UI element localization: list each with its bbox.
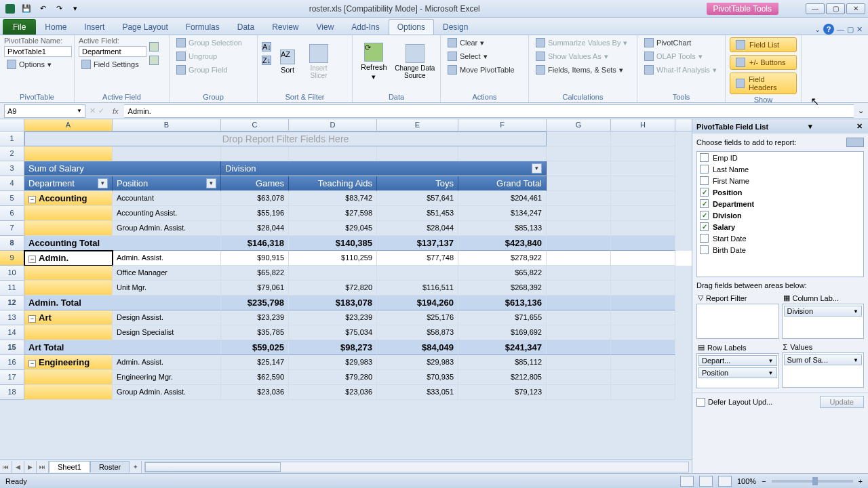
field-item[interactable]: ✓Position	[697, 186, 863, 198]
rowhead[interactable]: 6	[0, 206, 24, 221]
sheet-tab-active[interactable]: Sheet1	[49, 461, 90, 472]
show-values-as-button[interactable]: Show Values As ▾	[533, 50, 630, 62]
field-item[interactable]: ✓Division	[697, 209, 863, 221]
move-pivottable-button[interactable]: Move PivotTable	[445, 64, 517, 76]
field-item[interactable]: ✓Salary	[697, 221, 863, 232]
cell[interactable]	[24, 385, 113, 400]
department-filter-icon[interactable]	[98, 178, 108, 188]
values-area[interactable]: Sum of Sa...▼	[782, 352, 865, 388]
cell[interactable]: $70,935	[377, 370, 458, 385]
cell[interactable]: Engineering Mgr.	[113, 370, 221, 385]
zoom-out-icon[interactable]: −	[762, 477, 766, 485]
colhead-g[interactable]: G	[547, 119, 611, 131]
field-checkbox[interactable]	[700, 245, 709, 254]
cell[interactable]: $29,983	[377, 355, 458, 370]
pivotchart-button[interactable]: PivotChart	[642, 37, 719, 49]
select-all-corner[interactable]	[0, 119, 24, 131]
minimize-ribbon-icon[interactable]: ⌄	[814, 25, 821, 34]
chip-department[interactable]: Depart...▼	[698, 355, 777, 366]
cell[interactable]: Group Admin. Assist.	[113, 221, 221, 236]
cell[interactable]	[24, 206, 113, 221]
collapse-field-icon[interactable]	[149, 56, 159, 65]
horizontal-scrollbar[interactable]	[144, 462, 689, 472]
normal-view-icon[interactable]	[680, 476, 694, 487]
pivottable-name-input[interactable]	[4, 46, 72, 57]
tab-formulas[interactable]: Formulas	[177, 19, 229, 35]
chip-division[interactable]: Division▼	[784, 306, 863, 317]
sheet-nav-prev[interactable]: ◀	[12, 461, 24, 473]
cell[interactable]	[113, 146, 221, 161]
colhead-b[interactable]: B	[113, 119, 221, 131]
tab-design[interactable]: Design	[434, 19, 477, 35]
cell[interactable]: $79,061	[221, 281, 289, 296]
cell[interactable]: Design Specialist	[113, 325, 221, 340]
field-settings-button[interactable]: Field Settings	[79, 58, 146, 70]
cell[interactable]	[24, 146, 113, 161]
cell[interactable]	[289, 266, 377, 281]
cell[interactable]: $51,453	[377, 206, 458, 221]
colhead-e[interactable]: E	[377, 119, 458, 131]
cell[interactable]: Accountant	[113, 191, 221, 206]
help-icon[interactable]: ?	[823, 24, 834, 35]
chip-position[interactable]: Position▼	[698, 367, 777, 378]
fieldlist-box[interactable]: Emp IDLast NameFirst Name✓Position✓Depar…	[696, 151, 864, 277]
tab-review[interactable]: Review	[263, 19, 307, 35]
active-field-input[interactable]	[79, 46, 146, 57]
cell[interactable]: $77,748	[377, 251, 458, 266]
cell[interactable]: $63,078	[221, 191, 289, 206]
redo-icon[interactable]: ↷	[52, 2, 66, 16]
rowhead[interactable]: 16	[0, 355, 24, 370]
cell[interactable]: $23,036	[221, 385, 289, 400]
drop-filter-area[interactable]: Drop Report Filter Fields Here	[24, 131, 547, 146]
rowhead[interactable]: 18	[0, 385, 24, 400]
defer-checkbox[interactable]	[696, 398, 705, 407]
cell[interactable]: $71,655	[458, 310, 547, 325]
cell[interactable]: $29,983	[289, 355, 377, 370]
report-filter-area[interactable]	[696, 304, 779, 339]
name-box[interactable]: A9▼	[4, 104, 85, 118]
summarize-values-button[interactable]: Summarize Values By ▾	[533, 37, 630, 49]
enter-formula-icon[interactable]: ✓	[98, 106, 104, 115]
group-field-button[interactable]: Group Field	[174, 64, 245, 76]
tab-page-layout[interactable]: Page Layout	[113, 19, 176, 35]
change-data-source-button[interactable]: Change Data Source	[394, 37, 436, 87]
field-item[interactable]: ✓Department	[697, 198, 863, 209]
cell[interactable]: Office Manager	[113, 266, 221, 281]
division-filter-icon[interactable]	[532, 163, 542, 174]
cell[interactable]: $90,915	[221, 251, 289, 266]
cell[interactable]	[221, 146, 289, 161]
cell[interactable]: $72,820	[289, 281, 377, 296]
cell[interactable]: $29,045	[289, 221, 377, 236]
cell[interactable]	[24, 281, 113, 296]
colhead-a[interactable]: A	[24, 119, 113, 131]
tab-view[interactable]: View	[308, 19, 343, 35]
cell[interactable]: $23,036	[289, 385, 377, 400]
sort-desc-icon[interactable]: Z↓	[262, 56, 271, 65]
zoom-in-icon[interactable]: +	[859, 477, 863, 485]
sheet-tab-roster[interactable]: Roster	[90, 461, 130, 472]
cell[interactable]: $35,785	[221, 325, 289, 340]
rowhead[interactable]: 11	[0, 281, 24, 296]
sheet-nav-first[interactable]: ⏮	[0, 461, 12, 473]
new-sheet-icon[interactable]: ✦	[130, 461, 142, 473]
cell[interactable]: $116,511	[377, 281, 458, 296]
fieldlist-layout-icon[interactable]	[846, 138, 864, 147]
position-filter-icon[interactable]	[206, 178, 216, 188]
refresh-button[interactable]: ⟳Refresh▾	[357, 37, 391, 87]
fieldlist-close-icon[interactable]: ✕	[854, 122, 864, 131]
cell[interactable]: $79,123	[458, 385, 547, 400]
colhead-f[interactable]: F	[458, 119, 547, 131]
cell[interactable]: $57,641	[377, 191, 458, 206]
sheet-nav-next[interactable]: ▶	[24, 461, 37, 473]
field-checkbox[interactable]	[700, 165, 709, 174]
fieldlist-dropdown-icon[interactable]: ▾	[808, 122, 812, 131]
rowhead[interactable]: 5	[0, 191, 24, 206]
field-checkbox[interactable]	[700, 153, 709, 162]
row-labels-area[interactable]: Depart...▼ Position▼	[696, 353, 779, 388]
rowhead[interactable]: 13	[0, 310, 24, 325]
cancel-formula-icon[interactable]: ✕	[90, 106, 96, 115]
cell[interactable]: −Art	[24, 310, 113, 325]
page-layout-view-icon[interactable]	[699, 476, 713, 487]
excel-icon[interactable]	[3, 2, 18, 16]
field-checkbox[interactable]: ✓	[700, 211, 709, 220]
